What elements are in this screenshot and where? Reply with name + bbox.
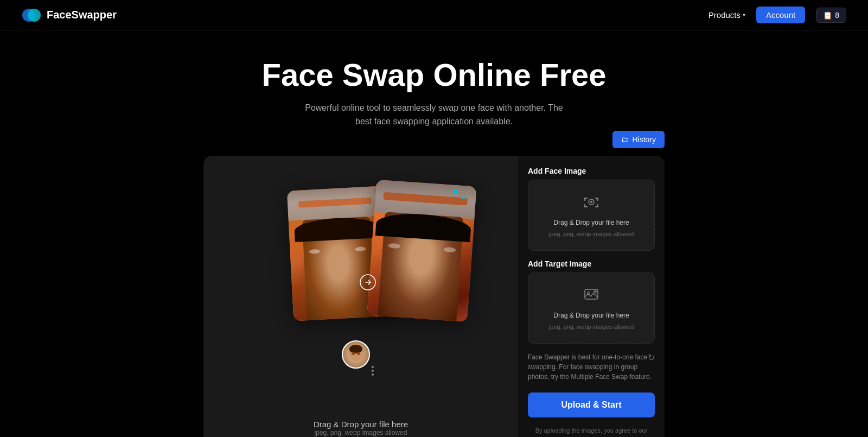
face-section-label: Add Face Image <box>528 167 655 175</box>
target-drag-sub: jpeg, png, webp images allowed <box>549 324 634 330</box>
source-image-panel[interactable]: Drag & Drop your file here jpeg, png, we… <box>203 156 518 437</box>
svg-rect-10 <box>597 198 598 201</box>
brand-logo-icon <box>22 5 41 25</box>
svg-point-16 <box>590 201 592 203</box>
drag-text-sub: jpeg, png, webp images allowed <box>314 429 408 436</box>
face-scan-icon <box>583 193 599 213</box>
upload-start-button[interactable]: Upload & Start <box>528 392 655 417</box>
hero-section: Face Swap Online Free Powerful online to… <box>0 30 868 145</box>
face-image-section: Add Face Image <box>528 167 655 251</box>
svg-point-1 <box>28 9 41 22</box>
credits-count: 8 <box>835 11 839 20</box>
refresh-icon[interactable]: ↻ <box>648 352 655 363</box>
svg-point-5 <box>352 352 355 355</box>
demo-illustration <box>203 167 518 416</box>
svg-rect-12 <box>584 206 588 207</box>
target-image-icon <box>583 286 599 306</box>
swap-arrow-icon <box>358 273 378 292</box>
svg-rect-8 <box>584 198 585 201</box>
brand-name: FaceSwapper <box>47 9 117 21</box>
drag-text-main: Drag & Drop your file here <box>314 420 408 429</box>
navbar-actions: Products ▾ Account 📋 8 <box>709 7 846 23</box>
credits-icon: 📋 <box>823 11 832 20</box>
target-drag-text: Drag & Drop your file here <box>553 312 629 319</box>
target-section-label: Add Target Image <box>528 259 655 268</box>
demo-card-target <box>367 180 477 322</box>
small-face-avatar <box>342 340 370 369</box>
target-upload-zone[interactable]: Drag & Drop your file here jpeg, png, we… <box>528 273 655 344</box>
svg-rect-14 <box>595 206 598 207</box>
products-button[interactable]: Products ▾ <box>709 10 745 20</box>
history-label: History <box>632 135 656 144</box>
right-control-panel: 🗂 History Add Face Image <box>518 156 665 437</box>
info-text: Face Swapper is best for one-to-one face… <box>528 352 655 382</box>
terms-text: By uploading the images, you agree to ou… <box>528 426 655 437</box>
face-drag-text: Drag & Drop your file here <box>553 219 629 226</box>
navbar-brand: FaceSwapper <box>22 5 117 25</box>
hero-subtitle: Powerful online tool to seamlessly swap … <box>11 101 857 129</box>
svg-point-4 <box>349 345 362 353</box>
face-upload-zone[interactable]: Drag & Drop your file here jpeg, png, we… <box>528 180 655 251</box>
account-button[interactable]: Account <box>756 7 805 23</box>
chevron-down-icon: ▾ <box>743 12 745 18</box>
credits-badge[interactable]: 📋 8 <box>816 8 846 23</box>
info-section: ↻ Face Swapper is best for one-to-one fa… <box>528 352 655 382</box>
history-icon: 🗂 <box>621 135 629 144</box>
main-content: Drag & Drop your file here jpeg, png, we… <box>0 156 868 437</box>
left-panel-drag-area[interactable]: Drag & Drop your file here jpeg, png, we… <box>314 420 408 436</box>
svg-point-6 <box>357 352 360 355</box>
face-drag-sub: jpeg, png, webp images allowed <box>549 231 634 237</box>
target-image-section: Add Target Image Drag & Drop your file h… <box>528 259 655 344</box>
page-title: Face Swap Online Free <box>11 58 857 92</box>
history-button[interactable]: 🗂 History <box>612 131 665 148</box>
navbar: FaceSwapper Products ▾ Account 📋 8 <box>0 0 868 30</box>
face-dots <box>372 366 374 376</box>
